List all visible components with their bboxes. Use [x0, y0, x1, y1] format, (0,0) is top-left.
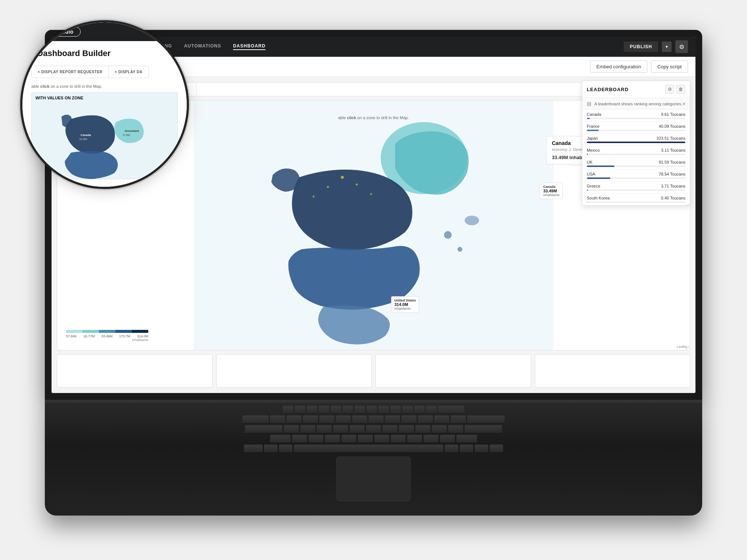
lb-country-2: Japan: [587, 136, 598, 140]
lb-country-0: Canada: [587, 112, 601, 117]
leaderboard-item: Greece 3.71 Toucans: [582, 182, 690, 194]
bottom-widget-2: [216, 354, 372, 388]
copy-script-button[interactable]: Copy script: [651, 61, 688, 73]
zoom-bubble: 3.0 Studio ‹ Dashboard Builder + DISPLAY…: [22, 22, 187, 187]
lb-bar-container-7: [587, 201, 685, 203]
leaderboard-description[interactable]: ▤ A leaderboard shows ranking among cate…: [582, 98, 690, 110]
circle-mini-map: WITH VALUES ON ZONE Greenland 57.60K Can…: [31, 92, 178, 179]
lb-value-1: 40.09 Toucans: [659, 124, 685, 129]
svg-text:Greenland: Greenland: [125, 129, 139, 133]
circle-display-report-btn[interactable]: + DISPLAY REPORT REQUESTER: [31, 66, 109, 78]
publish-button[interactable]: PUBLISH: [624, 41, 658, 52]
leaderboard-item: Mexico 3.11 Toucans: [582, 146, 690, 158]
leaderboard-item: South Korea 0.40 Toucans: [582, 194, 690, 205]
legend-subtitle: inhabitants: [66, 338, 148, 342]
circle-dashboard-title: Dashboard Builder: [37, 49, 111, 58]
keyboard-hinge: [45, 400, 702, 403]
bottom-widget-3: [375, 354, 531, 388]
circle-back-arrow-icon: ‹: [31, 49, 34, 58]
svg-text:Canada: Canada: [81, 133, 91, 137]
nav-dashboard[interactable]: DASHBOARD: [233, 43, 266, 50]
sub-toolbar-right: Embed configuration Copy script: [590, 61, 688, 73]
leaderboard-item: Japan 323.51 Toucans: [582, 134, 690, 146]
leaderboard-desc-text: A leaderboard shows ranking among catego…: [594, 102, 682, 106]
leaderboard-resize-handle[interactable]: [685, 201, 689, 205]
svg-text:33.49M: 33.49M: [79, 138, 87, 140]
embed-configuration-button[interactable]: Embed configuration: [590, 61, 647, 73]
leaderboard-trash-icon[interactable]: 🗑: [676, 85, 685, 94]
lb-bar-7: [587, 201, 587, 203]
laptop-keyboard: [45, 400, 702, 516]
keyboard-area: [67, 406, 680, 453]
lb-bar-container-0: [587, 118, 685, 119]
leaderboard-items-container: Canada 9.61 Toucans France 40.09 Toucans…: [582, 110, 690, 205]
bottom-widget-4: [535, 354, 691, 388]
lb-bar-1: [587, 130, 599, 131]
lb-value-7: 0.40 Toucans: [661, 196, 685, 200]
lb-value-6: 3.71 Toucans: [661, 184, 685, 188]
leaderboard-expand-icon: ∨: [682, 101, 685, 106]
lb-bar-container-4: [587, 165, 685, 167]
lb-bar-6: [587, 189, 588, 191]
svg-point-4: [465, 216, 479, 225]
svg-text:57.60K: 57.60K: [123, 134, 131, 136]
map-legend: 57.60K 16.77M 33.49M 173.7M 314.0M inhab…: [62, 327, 152, 345]
circle-hint: able click on a zone to drill in the Map…: [31, 84, 178, 89]
map-resize-handle[interactable]: [684, 344, 689, 349]
svg-point-7: [356, 183, 357, 185]
lb-country-1: France: [587, 124, 599, 129]
lb-country-4: UK: [587, 160, 592, 164]
lb-bar-2: [587, 142, 685, 143]
circle-logo: 3.0 Studio: [40, 27, 81, 37]
svg-point-6: [327, 186, 329, 188]
svg-point-8: [313, 195, 314, 197]
circle-display-da-btn[interactable]: + DISPLAY DA: [109, 66, 149, 78]
lb-bar-0: [587, 118, 590, 119]
leaderboard-item: USA 78.54 Toucans: [582, 170, 690, 182]
navbar-right: PUBLISH ▾ ⚙: [624, 40, 688, 53]
lb-bar-3: [587, 154, 588, 155]
scene: 3.0 Studio DATAHUB STORYTELLING AUTOMATI…: [0, 0, 747, 560]
legend-labels: 57.60K 16.77M 33.49M 173.7M 314.0M: [66, 334, 148, 338]
map-click-hint: able click on a zone to drill in the Map…: [338, 115, 409, 120]
svg-point-5: [341, 176, 344, 179]
svg-point-9: [370, 193, 372, 195]
publish-dropdown-button[interactable]: ▾: [662, 41, 672, 52]
legend-bar: [66, 330, 148, 333]
lb-value-5: 78.54 Toucans: [659, 172, 685, 176]
lb-value-0: 9.61 Toucans: [661, 112, 685, 117]
lb-bar-container-1: [587, 130, 685, 131]
lb-value-4: 91.59 Toucans: [659, 160, 685, 164]
bottom-row: [57, 354, 690, 388]
svg-point-2: [444, 231, 452, 239]
lb-bar-4: [587, 165, 614, 167]
lb-bar-5: [587, 177, 610, 179]
circle-content: ‹ Dashboard Builder + DISPLAY REPORT REQ…: [22, 41, 187, 187]
lb-value-3: 3.11 Toucans: [661, 148, 685, 152]
nav-automations[interactable]: AUTOMATIONS: [184, 43, 221, 50]
lb-country-7: South Korea: [587, 196, 610, 200]
circle-topbar: 3.0 Studio: [22, 22, 187, 41]
lb-country-6: Greece: [587, 184, 600, 188]
bottom-widget-1: [57, 354, 213, 388]
circle-display-row: + DISPLAY REPORT REQUESTER + DISPLAY DA: [31, 66, 178, 78]
leaderboard-item: Canada 9.61 Toucans: [582, 110, 690, 122]
circle-back-title: ‹ Dashboard Builder: [31, 49, 178, 58]
trackpad[interactable]: [336, 457, 411, 501]
lb-value-2: 323.51 Toucans: [657, 136, 685, 140]
us-map-label: United States 314.0M inhabitants: [391, 296, 419, 313]
leaderboard-gear-icon[interactable]: ⚙: [665, 85, 674, 94]
leaderboard-header: LEADERBOARD ⚙ 🗑: [582, 81, 690, 98]
leaderboard-item: France 40.09 Toucans: [582, 122, 690, 134]
canada-map-label: Canada 33.49M inhabitants: [540, 183, 563, 199]
lb-country-5: USA: [587, 172, 595, 176]
lb-bar-container-2: [587, 142, 685, 143]
svg-point-3: [458, 247, 462, 252]
leaderboard-item: UK 91.59 Toucans: [582, 158, 690, 170]
leaderboard-desc-icon: ▤: [587, 101, 591, 106]
settings-button[interactable]: ⚙: [675, 40, 688, 53]
zoom-bubble-inner: 3.0 Studio ‹ Dashboard Builder + DISPLAY…: [22, 22, 187, 187]
leaderboard-icons: ⚙ 🗑: [665, 85, 685, 94]
lb-bar-container-3: [587, 154, 685, 155]
leaderboard-title: LEADERBOARD: [587, 87, 629, 92]
